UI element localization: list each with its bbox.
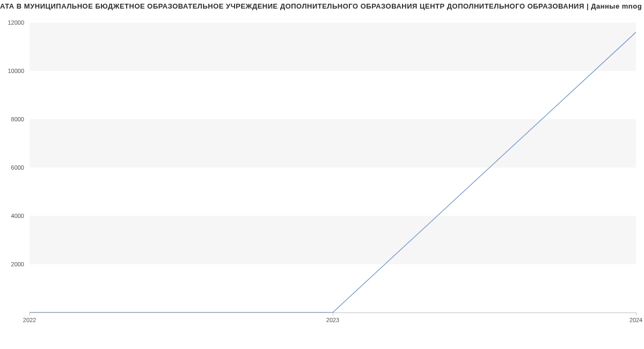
chart-area: 20004000600080001000012000202220232024	[30, 23, 636, 312]
plot-area	[30, 23, 636, 312]
y-tick-label: 8000	[0, 116, 24, 122]
x-tick-label: 2023	[326, 317, 339, 323]
y-tick-label: 10000	[0, 68, 24, 74]
chart-title: АТА В МУНИЦИПАЛЬНОЕ БЮДЖЕТНОЕ ОБРАЗОВАТЕ…	[0, 2, 644, 10]
y-tick-label: 6000	[0, 164, 24, 171]
line-series	[30, 23, 636, 312]
x-tick-mark	[636, 312, 636, 316]
y-tick-label: 4000	[0, 213, 24, 219]
x-tick-mark	[333, 312, 333, 316]
x-tick-label: 2022	[23, 317, 36, 323]
y-tick-label: 2000	[0, 261, 24, 267]
y-tick-label: 12000	[0, 19, 24, 26]
x-tick-mark	[30, 312, 30, 316]
x-tick-label: 2024	[630, 317, 642, 323]
